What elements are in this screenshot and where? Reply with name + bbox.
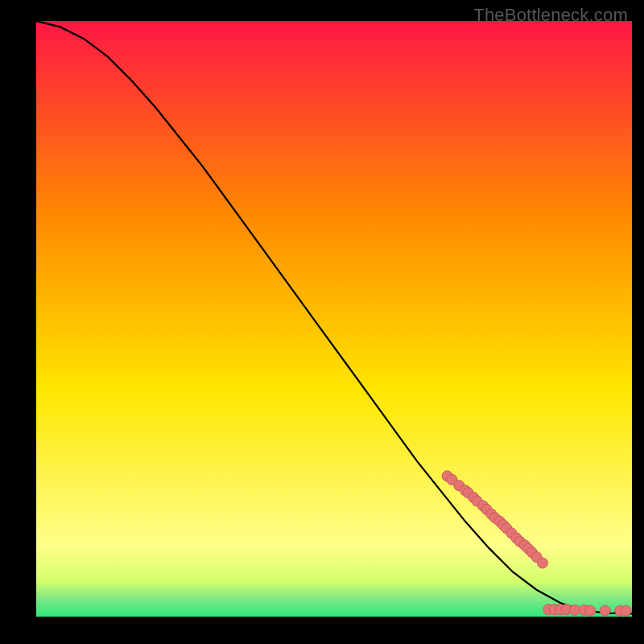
plot-area xyxy=(36,21,632,617)
scatter-point xyxy=(600,605,610,616)
watermark-text: TheBottleneck.com xyxy=(473,5,628,26)
gradient-background xyxy=(36,21,632,617)
scatter-point xyxy=(621,605,631,616)
scatter-point xyxy=(569,605,580,615)
scatter-point xyxy=(585,605,596,616)
scatter-point xyxy=(538,558,548,568)
chart-svg xyxy=(36,21,632,617)
chart-container: TheBottleneck.com xyxy=(0,0,644,644)
